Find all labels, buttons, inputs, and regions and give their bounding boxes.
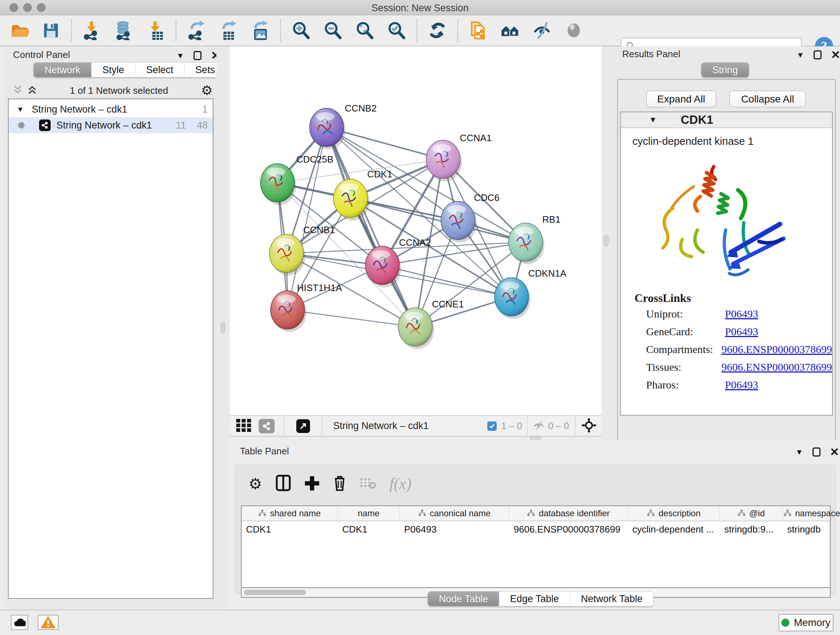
hide-graphics-details-icon[interactable]	[532, 21, 552, 40]
import-table-icon[interactable]	[146, 21, 165, 40]
table-cell[interactable]: 9606.ENSP00000378699	[509, 521, 628, 537]
function-builder-icon: f(x)	[389, 475, 411, 493]
home-networks-icon[interactable]	[500, 21, 520, 40]
table-cell[interactable]: stringdb	[783, 521, 840, 537]
tab-string[interactable]: String	[701, 63, 749, 77]
graph-node-CCNE1[interactable]: CCNE1	[398, 299, 464, 349]
tab-select[interactable]: Select	[135, 63, 184, 77]
column-label: shared name	[270, 508, 321, 518]
graph-node-CDC25B[interactable]: CDC25B	[261, 154, 333, 205]
graph-node-CCNA1[interactable]: CCNA1	[426, 133, 492, 181]
birds-eye-view-icon[interactable]	[581, 418, 597, 434]
left-splitter-grip[interactable]	[221, 322, 225, 333]
column-header-canonical-name[interactable]: canonical name	[400, 506, 509, 521]
results-panel-float-icon[interactable]	[813, 50, 821, 59]
table-panel-float-icon[interactable]	[813, 448, 821, 456]
column-header-description[interactable]: description	[628, 506, 720, 521]
delete-column-icon[interactable]	[333, 474, 347, 493]
titlebar: Session: New Session	[0, 0, 840, 15]
annotation-share-icon[interactable]	[469, 21, 488, 40]
tab-node-table[interactable]: Node Table	[428, 592, 499, 606]
export-view-icon[interactable]	[296, 419, 310, 433]
network-graph[interactable]: CCNB2CCNA1CDC25BCDK1CDC6RB1CCNB1CCNA2CDK…	[230, 46, 602, 415]
warning-icon	[41, 616, 55, 629]
create-column-icon[interactable]: ✚	[304, 477, 320, 491]
import-network-from-database-icon[interactable]	[114, 21, 134, 40]
zoom-out-icon[interactable]	[323, 21, 343, 40]
collapse-all-networks-icon[interactable]	[13, 85, 22, 96]
refresh-view-icon[interactable]	[428, 21, 447, 40]
export-table-icon[interactable]	[218, 21, 238, 40]
table-row[interactable]: CDK1CDK1P064939606.ENSP00000378699cyclin…	[242, 521, 830, 537]
crosslinks-list: Uniprot:P06493GeneCard:P06493Compartment…	[621, 305, 832, 391]
table-cell[interactable]: P06493	[400, 521, 509, 537]
tab-edge-table[interactable]: Edge Table	[499, 592, 570, 606]
expand-all-networks-icon[interactable]	[27, 85, 37, 96]
selected-checkbox-icon[interactable]	[487, 421, 497, 431]
zoom-selected-icon[interactable]	[387, 21, 406, 40]
tab-style[interactable]: Style	[91, 63, 135, 77]
crosslink-url[interactable]: P06493	[725, 325, 758, 338]
expand-all-button[interactable]: Expand All	[646, 90, 716, 108]
table-cell[interactable]: cyclin-dependent ...	[628, 521, 720, 537]
show-graphics-details-icon[interactable]	[564, 21, 584, 40]
zoom-in-icon[interactable]	[291, 21, 311, 40]
crosslink-url[interactable]: 9606.ENSP00000378699	[722, 361, 832, 373]
table-cell[interactable]: stringdb:9...	[720, 521, 783, 537]
results-panel-close-icon[interactable]: ✕	[831, 49, 840, 60]
column-tree-icon	[527, 508, 535, 518]
table-panel-menu-icon[interactable]: ▼	[796, 448, 803, 456]
save-session-icon[interactable]	[41, 21, 61, 40]
crosslink-url[interactable]: P06493	[725, 379, 758, 391]
cloud-button[interactable]	[11, 615, 28, 630]
control-panel-float-icon[interactable]	[194, 51, 202, 60]
graph-node-CCNA2[interactable]: CCNA2	[365, 237, 431, 287]
grid-view-icon[interactable]	[235, 418, 252, 434]
protein-collapse-icon[interactable]: ▼	[649, 115, 657, 125]
graph-node-CDC6[interactable]: CDC6	[441, 192, 500, 242]
table-panel-close-icon[interactable]: ✕	[830, 447, 839, 458]
string-view-icon[interactable]	[259, 419, 275, 433]
column-header-@id[interactable]: @id	[720, 506, 783, 521]
open-session-icon[interactable]	[9, 21, 29, 40]
table-cell[interactable]: CDK1	[338, 521, 400, 537]
control-panel-menu-icon[interactable]: ▼	[177, 52, 184, 59]
network-options-gear-icon[interactable]: ⚙	[201, 83, 213, 98]
graph-node-CCNB1[interactable]: CCNB1	[270, 225, 335, 276]
graph-node-CDKN1A[interactable]: CDKN1A	[494, 268, 567, 319]
crosslink-url[interactable]: 9606.ENSP00000378699	[722, 343, 832, 356]
show-columns-icon[interactable]	[275, 474, 291, 493]
cloud-icon	[13, 618, 26, 627]
hidden-eye-icon[interactable]	[533, 420, 545, 432]
table-options-gear-icon[interactable]: ⚙	[248, 475, 262, 493]
warnings-button[interactable]	[38, 615, 58, 630]
tab-network-table[interactable]: Network Table	[570, 592, 654, 606]
network-row-selected[interactable]: String Network – cdk1 11 48	[9, 117, 213, 133]
graph-node-RB1[interactable]: RB1	[508, 214, 561, 264]
graph-node-HIST1H1A[interactable]: HIST1H1A	[271, 282, 342, 332]
table-panel: Table Panel ▼ ✕ ⚙ ✚ f(x) shared namename…	[231, 440, 840, 610]
results-panel-menu-icon[interactable]: ▼	[797, 51, 804, 59]
column-header-database-identifier[interactable]: database identifier	[509, 506, 628, 521]
right-splitter-grip[interactable]	[604, 235, 608, 246]
right-splitter[interactable]	[602, 46, 611, 440]
tab-network[interactable]: Network	[34, 63, 91, 77]
collapse-all-button[interactable]: Collapse All	[729, 90, 806, 108]
column-header-shared-name[interactable]: shared name	[242, 506, 338, 521]
scrollbar-thumb[interactable]	[244, 590, 306, 595]
table-cell[interactable]: CDK1	[242, 521, 338, 537]
column-tree-icon	[418, 508, 426, 518]
tree-expand-icon[interactable]: ▼	[17, 105, 24, 114]
network-canvas[interactable]: CCNB2CCNA1CDC25BCDK1CDC6RB1CCNB1CCNA2CDK…	[230, 46, 602, 415]
column-label: @id	[749, 508, 765, 518]
column-header-name[interactable]: name	[338, 506, 400, 521]
left-splitter[interactable]	[216, 46, 230, 610]
memory-button[interactable]: Memory	[778, 614, 834, 631]
network-collection-row[interactable]: ▼ String Network – cdk1 1	[9, 101, 213, 117]
export-network-icon[interactable]	[187, 21, 206, 40]
crosslink-url[interactable]: P06493	[725, 308, 758, 320]
zoom-fit-icon[interactable]	[355, 21, 374, 40]
import-network-icon[interactable]	[82, 21, 102, 40]
column-header-namespace[interactable]: namespace	[783, 506, 840, 521]
export-image-icon[interactable]	[250, 21, 270, 40]
